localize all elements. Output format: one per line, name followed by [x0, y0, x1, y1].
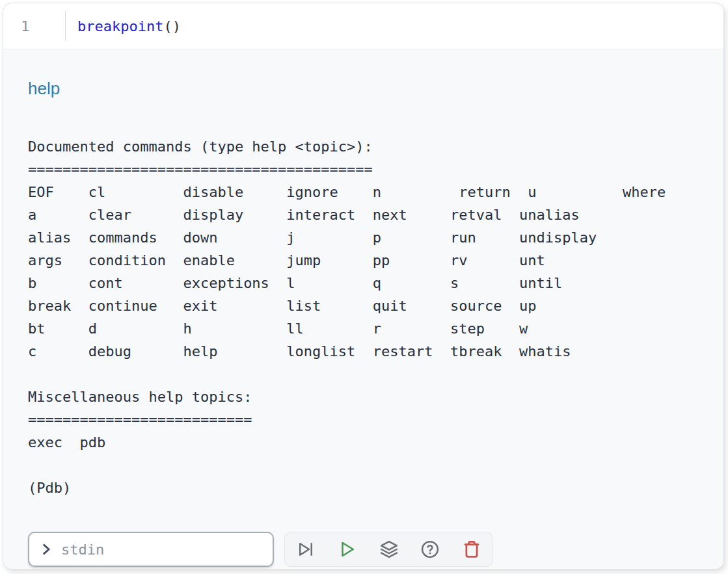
trash-icon	[462, 540, 481, 559]
help-circle-icon	[420, 540, 440, 559]
code-token-parens: ()	[163, 18, 181, 34]
code-token-function: breakpoint	[77, 18, 163, 34]
code-runner-panel: 1 breakpoint() help Documented commands …	[3, 3, 724, 569]
stdin-input-box[interactable]	[28, 532, 274, 567]
stdin-input[interactable]	[61, 541, 273, 558]
code-line[interactable]: breakpoint()	[77, 3, 181, 49]
step-button[interactable]	[294, 538, 317, 561]
io-controls-row	[28, 532, 710, 567]
code-editor[interactable]: 1 breakpoint()	[3, 3, 723, 49]
delete-button[interactable]	[460, 538, 483, 561]
help-button[interactable]	[418, 538, 442, 561]
stack-button[interactable]	[377, 538, 401, 561]
console-output-area: help Documented commands (type help <top…	[3, 49, 723, 569]
debugger-toolbar	[284, 532, 493, 567]
chevron-right-icon	[40, 543, 53, 556]
play-icon	[338, 540, 357, 559]
step-forward-icon	[296, 540, 316, 559]
line-number-gutter: 1	[3, 3, 66, 49]
layers-icon	[379, 540, 399, 559]
pdb-help-output: Documented commands (type help <topic>):…	[28, 135, 710, 499]
entered-command-label: help	[28, 78, 710, 99]
line-number: 1	[21, 18, 29, 34]
run-button[interactable]	[336, 538, 359, 561]
